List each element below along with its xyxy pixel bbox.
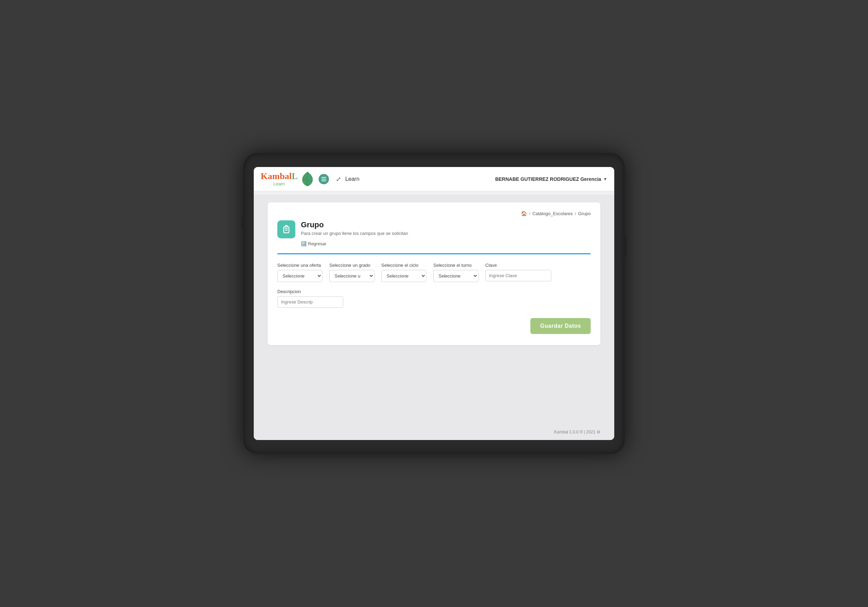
clave-label: Clave xyxy=(485,263,551,268)
oferta-label: Seleccione una oferta xyxy=(277,263,322,268)
content-card: 🏠 / Catálogo_Escolares / Grupo Grupo xyxy=(268,202,600,345)
page-subtitle: Para crear un grupo llene los campos que… xyxy=(301,231,408,236)
logo-area: KambalL Learn xyxy=(261,171,329,187)
back-link[interactable]: 🔙 Regresar xyxy=(301,241,591,246)
descripcion-label: Descripcion xyxy=(277,289,343,294)
app-header: KambalL Learn ⤢ Learn BER xyxy=(254,167,614,191)
tablet-side-button-right xyxy=(625,236,627,257)
page-icon xyxy=(277,220,295,238)
hamburger-line-2 xyxy=(321,179,326,180)
back-label: Regresar xyxy=(308,241,326,246)
main-content: 🏠 / Catálogo_Escolares / Grupo Grupo xyxy=(254,195,614,424)
home-icon[interactable]: 🏠 xyxy=(521,211,527,216)
ciclo-select[interactable]: Seleccione xyxy=(381,270,426,282)
save-button[interactable]: Guardar Datos xyxy=(530,318,591,334)
user-menu[interactable]: BERNABE GUTIERREZ RODRIGUEZ Gerencia ▼ xyxy=(495,177,607,182)
logo-text: KambalL Learn xyxy=(261,172,298,186)
descripcion-input[interactable] xyxy=(277,296,343,308)
form-actions: Guardar Datos xyxy=(277,318,591,334)
oferta-select[interactable]: Seleccione xyxy=(277,270,322,282)
breadcrumb-sep-1: / xyxy=(529,211,530,216)
expand-icon[interactable]: ⤢ xyxy=(336,175,341,183)
clave-group: Clave xyxy=(485,263,551,281)
footer-text: Kambal 1.0.0 ® | 2021 ⚙ xyxy=(554,430,600,435)
hamburger-line-1 xyxy=(321,177,326,178)
breadcrumb-item-catalogos[interactable]: Catálogo_Escolares xyxy=(532,211,573,216)
oferta-group: Seleccione una oferta Seleccione xyxy=(277,263,322,282)
backpack-icon xyxy=(281,224,291,235)
logo-kambal: KambalL xyxy=(261,172,298,181)
page-header: Grupo Para crear un grupo llene los camp… xyxy=(277,220,591,238)
sub-header-bar xyxy=(254,191,614,195)
page-title: Grupo xyxy=(301,220,408,229)
header-nav-label: Learn xyxy=(345,176,360,182)
chevron-down-icon: ▼ xyxy=(603,177,607,181)
breadcrumb-item-grupo: Grupo xyxy=(578,211,591,216)
grado-select[interactable]: Seleccione u xyxy=(329,270,374,282)
ciclo-label: Seleccione el ciclo xyxy=(381,263,426,268)
turno-select[interactable]: Seleccione xyxy=(433,270,478,282)
form-row: Seleccione una oferta Seleccione Selecci… xyxy=(277,263,591,308)
turno-group: Seleccione el turno Seleccione xyxy=(433,263,478,282)
turno-label: Seleccione el turno xyxy=(433,263,478,268)
grado-label: Seleccione un grado xyxy=(329,263,374,268)
hamburger-line-3 xyxy=(321,181,326,181)
breadcrumb: 🏠 / Catálogo_Escolares / Grupo xyxy=(277,211,591,216)
logo-leaf-icon xyxy=(301,171,315,187)
footer: Kambal 1.0.0 ® | 2021 ⚙ xyxy=(254,424,614,440)
breadcrumb-sep-2: / xyxy=(575,211,576,216)
blue-divider xyxy=(277,253,591,254)
hamburger-button[interactable] xyxy=(319,174,329,184)
clave-input[interactable] xyxy=(485,270,551,281)
grado-group: Seleccione un grado Seleccione u xyxy=(329,263,374,282)
logo-learn-subtitle: Learn xyxy=(261,181,298,186)
page-title-block: Grupo Para crear un grupo llene los camp… xyxy=(301,220,408,236)
tablet-side-button-left xyxy=(241,215,243,229)
ciclo-group: Seleccione el ciclo Seleccione xyxy=(381,263,426,282)
descripcion-group: Descripcion xyxy=(277,289,343,308)
user-name: BERNABE GUTIERREZ RODRIGUEZ Gerencia xyxy=(495,177,601,182)
back-arrow-icon: 🔙 xyxy=(301,241,307,246)
